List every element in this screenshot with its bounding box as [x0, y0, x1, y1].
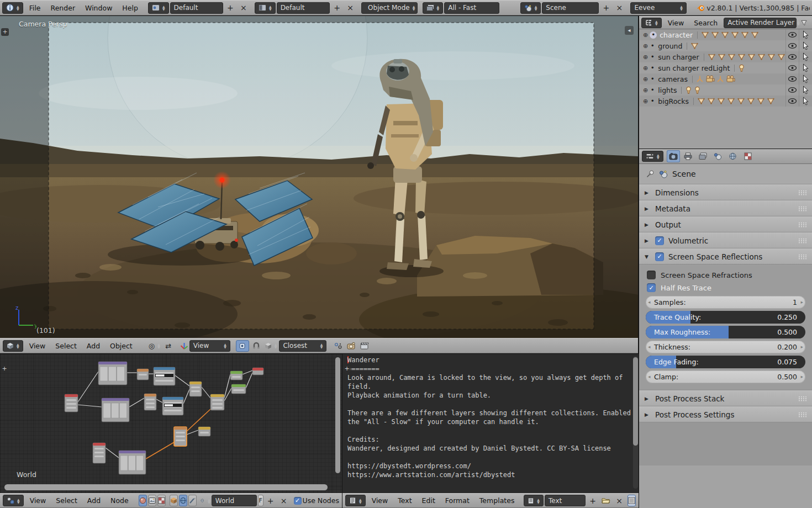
- text-editor[interactable]: Wanderer========Look around, Camera is l…: [342, 354, 639, 493]
- text-scrollbar-thumb[interactable]: [633, 357, 638, 446]
- text-datablock-button[interactable]: ▲▼: [524, 495, 544, 506]
- object-name[interactable]: bigRocks: [658, 97, 689, 105]
- shader-context-object-toggle[interactable]: [170, 495, 178, 506]
- decrement-arrow[interactable]: ◂: [648, 299, 651, 305]
- transform-gizmo-toggle[interactable]: ⇄: [162, 340, 175, 351]
- object-name[interactable]: sun charger: [658, 53, 699, 61]
- panel-header-post-process-stack[interactable]: ▶Post Process Stack: [639, 390, 812, 406]
- thickness-field[interactable]: ◂▸Thickness:0.200: [646, 341, 805, 353]
- outliner-row-sun-charger-redLight[interactable]: ⊕•sun charger redLight: [639, 62, 812, 73]
- menu-select[interactable]: Select: [50, 342, 82, 350]
- shader-node[interactable]: [137, 369, 149, 380]
- panel-checkbox[interactable]: ✓: [655, 236, 664, 245]
- menu-text[interactable]: Text: [393, 496, 416, 505]
- world-add-button[interactable]: +: [265, 495, 277, 506]
- layout-delete-button[interactable]: ×: [344, 2, 356, 13]
- expand-icon[interactable]: ⊕: [643, 54, 648, 61]
- shader-node-editor[interactable]: + World: [0, 354, 342, 493]
- view-layers-selector-button[interactable]: ▲▼: [423, 2, 444, 14]
- panel-header-volumetric[interactable]: ▶✓Volumetric: [639, 232, 812, 248]
- expand-icon[interactable]: ⊕: [643, 87, 648, 94]
- line-numbers-toggle[interactable]: [628, 495, 636, 506]
- properties-tab-output[interactable]: [682, 150, 695, 162]
- workspace-add-button[interactable]: +: [224, 2, 236, 13]
- max-roughness-field[interactable]: Max Roughness:0.500: [646, 326, 805, 338]
- layout-add-button[interactable]: +: [331, 2, 343, 13]
- expand-icon[interactable]: ⊕: [643, 65, 648, 72]
- panel-header-screen-space-reflections[interactable]: ▼✓Screen Space Reflections: [639, 248, 812, 264]
- node-vertical-scrollbar[interactable]: [335, 357, 340, 473]
- selectability-cursor-icon[interactable]: [799, 51, 812, 62]
- menu-view[interactable]: View: [663, 19, 689, 27]
- shader-node[interactable]: [162, 397, 183, 415]
- shader-node[interactable]: [119, 451, 146, 474]
- visibility-eye-icon[interactable]: [785, 29, 799, 40]
- snap-target-selector[interactable]: Closest▲▼: [279, 340, 326, 352]
- panel-checkbox[interactable]: ✓: [655, 252, 664, 261]
- menu-view[interactable]: View: [24, 342, 51, 350]
- outliner-row-character[interactable]: ⊕•character: [639, 29, 812, 40]
- layout-selector-button[interactable]: ▲▼: [255, 2, 276, 14]
- world-unlink-button[interactable]: ×: [278, 495, 290, 506]
- panel-drag-dots-icon[interactable]: [798, 206, 806, 211]
- expand-icon[interactable]: ⊕: [643, 76, 648, 83]
- expand-icon[interactable]: ⊕: [643, 98, 648, 105]
- panel-drag-dots-icon[interactable]: [798, 396, 806, 401]
- panel-drag-dots-icon[interactable]: [798, 412, 806, 417]
- panel-header-metadata[interactable]: ▶Metadata: [639, 200, 812, 216]
- shader-context-world-toggle[interactable]: [179, 495, 187, 506]
- shader-node[interactable]: [93, 443, 106, 463]
- view-layer-field[interactable]: All - Fast: [444, 2, 499, 14]
- menu-edit[interactable]: Edit: [417, 496, 440, 505]
- selectability-cursor-icon[interactable]: [799, 29, 812, 40]
- expand-icon[interactable]: ⊕: [643, 43, 648, 50]
- menu-view[interactable]: View: [367, 496, 393, 505]
- panel-drag-dots-icon[interactable]: [798, 254, 806, 260]
- outliner[interactable]: ▲▼ ViewSearch Active Render Layer▲▼ ⊕•ch…: [639, 16, 812, 149]
- shader-context-linestyle-toggle[interactable]: [188, 495, 197, 506]
- properties-tab-world[interactable]: [726, 150, 740, 162]
- shader-type-image-toggle[interactable]: [148, 495, 156, 506]
- editor-type-3d-viewport[interactable]: ▲▼: [3, 340, 23, 352]
- panel-drag-dots-icon[interactable]: [798, 190, 806, 195]
- selectability-cursor-icon[interactable]: [799, 84, 812, 96]
- decrement-arrow[interactable]: ◂: [648, 344, 651, 350]
- visibility-eye-icon[interactable]: [785, 96, 799, 107]
- properties-tab-texture[interactable]: [741, 150, 755, 162]
- halfres-checkbox[interactable]: ✓: [647, 283, 656, 292]
- shader-node[interactable]: [98, 362, 127, 385]
- ssr-halfres-row[interactable]: ✓ Half Res Trace: [647, 283, 804, 292]
- samples-field[interactable]: ◂▸Samples:1: [646, 296, 805, 309]
- editor-type-info[interactable]: ▲▼: [2, 2, 23, 14]
- shader-node[interactable]: [210, 394, 224, 410]
- editor-type-outliner[interactable]: ▲▼: [641, 18, 662, 28]
- scene-delete-button[interactable]: ×: [613, 2, 625, 13]
- menu-object[interactable]: Object: [105, 342, 138, 350]
- menu-node[interactable]: Node: [106, 496, 134, 505]
- text-name-field[interactable]: Text: [545, 495, 586, 506]
- world-name-field[interactable]: World: [212, 495, 257, 506]
- visibility-eye-icon[interactable]: [785, 51, 799, 62]
- workspace-name-field[interactable]: Default: [170, 2, 223, 14]
- layout-name-field[interactable]: Default: [277, 2, 330, 14]
- text-scrollbar-track[interactable]: [633, 356, 638, 489]
- increment-arrow[interactable]: ▸: [800, 344, 803, 350]
- expand-icon[interactable]: ⊕: [643, 31, 648, 39]
- shader-node[interactable]: [174, 427, 187, 446]
- visibility-eye-icon[interactable]: [785, 62, 799, 73]
- shader-node[interactable]: [189, 382, 202, 396]
- ssr-refractions-row[interactable]: Screen Space Refractions: [647, 271, 804, 279]
- filter-funnel-icon[interactable]: [798, 17, 810, 28]
- render-animation-button[interactable]: [358, 340, 371, 351]
- increment-arrow[interactable]: ▸: [800, 299, 803, 305]
- outliner-row-cameras[interactable]: ⊕•cameras: [639, 73, 812, 84]
- decrement-arrow[interactable]: ◂: [648, 374, 651, 379]
- edge-fading-field[interactable]: Edge Fading:0.075: [646, 356, 805, 368]
- editor-type-text[interactable]: ▲▼: [345, 495, 366, 506]
- node-horizontal-scrollbar[interactable]: [4, 484, 328, 490]
- shader-node[interactable]: [65, 394, 78, 412]
- sidebar-toggle-arrow[interactable]: ◂: [625, 26, 634, 35]
- scene-name-field[interactable]: Scene: [542, 2, 599, 14]
- shader-node[interactable]: [231, 384, 246, 394]
- shader-node[interactable]: [252, 368, 263, 375]
